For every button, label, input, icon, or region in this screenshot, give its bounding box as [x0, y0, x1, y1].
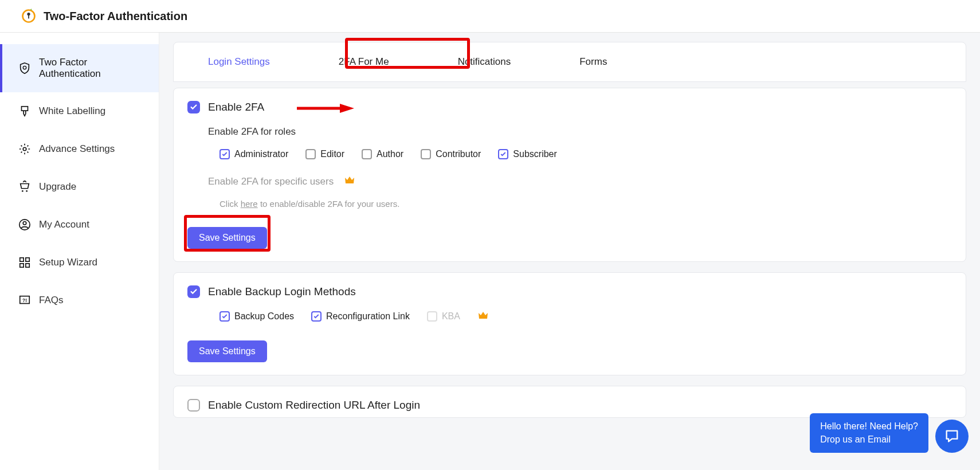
- paintbrush-icon: [18, 105, 31, 117]
- specific-users-title: Enable 2FA for specific users: [208, 175, 952, 187]
- role-label: Administrator: [234, 149, 288, 159]
- role-label: Contributor: [436, 149, 481, 159]
- enable-2fa-card: Enable 2FA Enable 2FA for roles Administ…: [173, 88, 966, 262]
- enable-redirect-label: Enable Custom Redirection URL After Logi…: [208, 399, 420, 412]
- role-label: Author: [377, 149, 403, 159]
- enable-2fa-label: Enable 2FA: [208, 101, 264, 113]
- backup-methods-card: Enable Backup Login Methods Backup Codes…: [173, 272, 966, 375]
- shield-icon: [18, 62, 31, 75]
- svg-rect-10: [20, 258, 23, 261]
- checkbox-contributor[interactable]: [421, 149, 431, 159]
- svg-point-3: [23, 66, 26, 69]
- enable-redirect-checkbox[interactable]: [187, 399, 200, 412]
- main-area: Two Factor Authentication White Labellin…: [0, 33, 980, 470]
- sidebar-item-advanced[interactable]: Advance Settings: [0, 130, 159, 168]
- instruction-text-rest: to enable/disable 2FA for your users.: [260, 199, 399, 209]
- sidebar-item-label: Setup Wizard: [39, 257, 97, 268]
- checkbox-backup-codes[interactable]: [219, 311, 230, 322]
- checkbox-editor[interactable]: [305, 149, 316, 159]
- checkbox-subscriber[interactable]: [498, 149, 508, 159]
- svg-rect-13: [26, 264, 29, 267]
- sidebar-item-2fa[interactable]: Two Factor Authentication: [0, 44, 159, 92]
- role-administrator: Administrator: [219, 149, 288, 159]
- sidebar-item-whitelabel[interactable]: White Labelling: [0, 92, 159, 130]
- sidebar-item-label: Two Factor Authentication: [39, 57, 143, 80]
- cart-icon: [18, 181, 31, 193]
- method-backup-codes: Backup Codes: [219, 311, 294, 322]
- role-contributor: Contributor: [421, 149, 481, 159]
- sidebar-item-wizard[interactable]: Setup Wizard: [0, 244, 159, 281]
- instruction-text: Click: [219, 199, 238, 209]
- tab-login-settings[interactable]: Login Settings: [174, 42, 304, 81]
- header: Two-Factor Authentication: [0, 0, 980, 33]
- svg-rect-2: [28, 15, 29, 18]
- method-label: Reconfiguration Link: [326, 311, 410, 322]
- chat-button[interactable]: [935, 420, 969, 453]
- help-line1: Hello there! Need Help?: [820, 420, 918, 433]
- checkbox-reconfig-link[interactable]: [311, 311, 322, 322]
- roles-title: Enable 2FA for roles: [208, 126, 952, 138]
- page-title: Two-Factor Authentication: [44, 10, 187, 23]
- svg-rect-12: [20, 264, 23, 267]
- svg-text:?!: ?!: [22, 298, 27, 303]
- method-kba: KBA: [427, 311, 460, 322]
- sidebar-item-label: My Account: [39, 219, 89, 230]
- svg-point-5: [23, 147, 26, 151]
- grid-icon: [18, 256, 31, 269]
- user-icon: [18, 218, 31, 231]
- help-banner[interactable]: Hello there! Need Help? Drop us an Email: [810, 413, 928, 453]
- save-settings-button[interactable]: Save Settings: [187, 227, 267, 249]
- svg-point-6: [22, 190, 23, 192]
- checkbox-author[interactable]: [362, 149, 372, 159]
- tab-notifications[interactable]: Notifications: [424, 42, 546, 81]
- tabs: Login Settings 2FA For Me Notifications …: [173, 42, 966, 82]
- method-label: Backup Codes: [234, 311, 294, 322]
- crown-icon: [344, 175, 355, 187]
- svg-rect-4: [22, 107, 28, 111]
- here-link[interactable]: here: [241, 199, 258, 209]
- role-label: Editor: [320, 149, 344, 159]
- help-line2: Drop us an Email: [820, 433, 918, 446]
- method-reconfig-link: Reconfiguration Link: [311, 311, 410, 322]
- sidebar-item-label: Upgrade: [39, 181, 76, 193]
- crown-icon: [477, 311, 489, 322]
- chat-icon: [944, 428, 960, 444]
- sidebar-item-label: Advance Settings: [39, 143, 115, 155]
- logo-icon: [21, 8, 37, 24]
- sidebar-item-upgrade[interactable]: Upgrade: [0, 168, 159, 206]
- sidebar-item-label: White Labelling: [39, 105, 105, 117]
- gear-icon: [18, 143, 31, 155]
- tab-forms[interactable]: Forms: [545, 42, 641, 81]
- instruction: Click here to enable/disable 2FA for you…: [219, 199, 952, 209]
- backup-methods-row: Backup Codes Reconfiguration Link KBA: [219, 311, 952, 322]
- role-subscriber: Subscriber: [498, 149, 556, 159]
- sidebar-item-faqs[interactable]: ?! FAQs: [0, 281, 159, 319]
- checkbox-administrator[interactable]: [219, 149, 230, 159]
- svg-rect-11: [26, 258, 29, 261]
- role-editor: Editor: [305, 149, 344, 159]
- svg-point-7: [26, 190, 28, 192]
- method-label: KBA: [442, 311, 460, 322]
- faq-icon: ?!: [18, 294, 31, 307]
- tab-2fa-for-me[interactable]: 2FA For Me: [304, 42, 424, 81]
- sidebar-item-label: FAQs: [39, 295, 64, 306]
- role-author: Author: [362, 149, 403, 159]
- specific-users-label: Enable 2FA for specific users: [208, 176, 334, 187]
- role-label: Subscriber: [513, 149, 556, 159]
- sidebar: Two Factor Authentication White Labellin…: [0, 33, 159, 470]
- enable-backup-label: Enable Backup Login Methods: [208, 285, 356, 298]
- svg-point-9: [23, 222, 26, 225]
- content: Login Settings 2FA For Me Notifications …: [159, 33, 980, 470]
- enable-2fa-checkbox[interactable]: [187, 101, 200, 113]
- sidebar-item-account[interactable]: My Account: [0, 206, 159, 244]
- enable-backup-checkbox[interactable]: [187, 285, 200, 298]
- checkbox-kba: [427, 311, 437, 322]
- role-row: Administrator Editor Author Contributor: [219, 149, 952, 159]
- save-settings-button[interactable]: Save Settings: [187, 340, 267, 362]
